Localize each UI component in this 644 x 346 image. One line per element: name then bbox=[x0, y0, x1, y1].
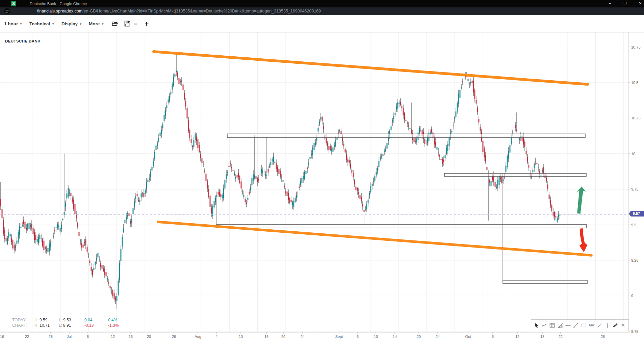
spreadex-favicon: S bbox=[11, 1, 16, 6]
pointer-tool[interactable] bbox=[533, 321, 540, 330]
save-icon[interactable] bbox=[124, 20, 131, 27]
svg-text:6: 6 bbox=[87, 335, 89, 339]
technical-dropdown[interactable]: Technical ▼ bbox=[29, 15, 54, 32]
svg-text:24: 24 bbox=[301, 335, 305, 339]
chart-high: 10.71 bbox=[40, 323, 50, 328]
diagonal-line-tool[interactable] bbox=[596, 321, 603, 330]
svg-text:16: 16 bbox=[264, 335, 268, 339]
svg-text:9.5: 9.5 bbox=[631, 223, 636, 227]
svg-text:10: 10 bbox=[239, 335, 243, 339]
open-folder-icon[interactable] bbox=[111, 20, 118, 27]
svg-text:12: 12 bbox=[111, 335, 115, 339]
svg-text:10: 10 bbox=[374, 335, 378, 339]
svg-text:9.25: 9.25 bbox=[631, 258, 638, 262]
today-high: 9.59 bbox=[40, 318, 47, 322]
session-stats: TODAY: H:9.59 L:9.53 0.04 0.4% CHART: H:… bbox=[12, 317, 130, 328]
horizontal-gridlines bbox=[0, 47, 629, 331]
chart-change: -0.13 bbox=[84, 323, 107, 328]
svg-text:24: 24 bbox=[436, 335, 440, 339]
axes bbox=[0, 32, 644, 334]
svg-text:6: 6 bbox=[357, 335, 359, 339]
zoom-in-button[interactable]: + bbox=[145, 15, 149, 32]
svg-text:10.5: 10.5 bbox=[631, 81, 638, 85]
svg-text:10.25: 10.25 bbox=[631, 116, 641, 120]
url-bar[interactable]: financials.spreadex.com/en-GB/Home/LiveC… bbox=[0, 7, 644, 15]
url-path: /en-GB/Home/LiveChartMain?id=XFinSprMchM… bbox=[82, 9, 321, 13]
horizontal-line-tool[interactable] bbox=[564, 321, 572, 330]
chevron-down-icon: ▼ bbox=[101, 22, 104, 26]
chevron-down-icon: ▼ bbox=[79, 22, 82, 26]
svg-text:28: 28 bbox=[49, 335, 53, 339]
svg-text:18: 18 bbox=[540, 335, 544, 339]
text-tool[interactable]: Abc bbox=[588, 321, 595, 330]
ruler-tool[interactable] bbox=[611, 321, 619, 330]
fan-lines-tool[interactable] bbox=[556, 321, 564, 330]
today-change-pct: 0.4% bbox=[108, 317, 130, 323]
svg-text:10.75: 10.75 bbox=[631, 45, 641, 49]
candlesticks bbox=[0, 70, 561, 301]
svg-text:8.75: 8.75 bbox=[631, 329, 638, 334]
chevron-down-icon: ▼ bbox=[20, 22, 22, 26]
curve-tool[interactable] bbox=[540, 321, 548, 330]
instrument-title: DEUTSCHE BANK bbox=[5, 39, 41, 43]
svg-text:16: 16 bbox=[129, 335, 133, 339]
site-info-icon[interactable] bbox=[4, 8, 10, 14]
drawing-toolbar: Abc | ✕ bbox=[531, 319, 629, 331]
svg-text:26: 26 bbox=[601, 335, 605, 339]
window-title: Deutsche Bank - Google Chrome bbox=[30, 0, 87, 7]
chevron-down-icon: ▼ bbox=[52, 22, 54, 26]
current-price-badge: 9.57 bbox=[629, 211, 644, 217]
svg-text:22: 22 bbox=[559, 335, 563, 339]
display-dropdown[interactable]: Display ▼ bbox=[61, 15, 82, 32]
chart-change-pct: -1.3% bbox=[108, 323, 130, 328]
svg-text:16: 16 bbox=[0, 335, 4, 339]
svg-text:Jul: Jul bbox=[67, 335, 72, 339]
axis-labels: 10.7510.510.25109.759.59.2598.75162228Ju… bbox=[0, 45, 641, 339]
minimize-button[interactable]: – bbox=[605, 0, 615, 7]
vertical-gridlines bbox=[4, 32, 624, 332]
support-resistance-boxes[interactable] bbox=[216, 134, 587, 284]
svg-text:20: 20 bbox=[417, 335, 421, 339]
svg-text:12: 12 bbox=[515, 335, 519, 339]
svg-text:22: 22 bbox=[25, 335, 29, 339]
chart-toolbar: 1 hour ▼ Technical ▼ Display ▼ More ▼ − … bbox=[0, 15, 644, 32]
svg-text:20: 20 bbox=[147, 335, 151, 339]
svg-text:9: 9 bbox=[631, 294, 633, 298]
chart-low: 8.91 bbox=[63, 323, 71, 328]
window-titlebar: S Deutsche Bank - Google Chrome – ❐ ✕ bbox=[0, 0, 644, 7]
rectangle-tool[interactable] bbox=[580, 321, 588, 330]
price-chart[interactable]: 10.7510.510.25109.759.59.2598.75162228Ju… bbox=[0, 32, 644, 346]
chart-canvas[interactable]: 10.7510.510.25109.759.59.2598.75162228Ju… bbox=[0, 32, 644, 346]
close-button[interactable]: ✕ bbox=[635, 0, 644, 7]
address-text[interactable]: financials.spreadex.com/en-GB/Home/LiveC… bbox=[37, 7, 321, 15]
stats-chart-row: CHART: H:10.71 L:8.91 -0.13 -1.3% bbox=[12, 323, 130, 328]
svg-text:20: 20 bbox=[281, 335, 285, 339]
restore-button[interactable]: ❐ bbox=[620, 0, 630, 7]
delete-drawing-tool[interactable]: ✕ bbox=[619, 321, 627, 330]
today-change: 0.04 bbox=[84, 317, 107, 323]
interval-dropdown[interactable]: 1 hour ▼ bbox=[4, 15, 22, 32]
trend-line-tool[interactable] bbox=[572, 321, 580, 330]
today-low: 9.53 bbox=[63, 318, 71, 322]
browser-window: S Deutsche Bank - Google Chrome – ❐ ✕ fi… bbox=[0, 0, 644, 346]
url-domain: financials.spreadex.com bbox=[37, 9, 82, 13]
svg-text:Sept: Sept bbox=[335, 335, 343, 339]
more-dropdown[interactable]: More ▼ bbox=[89, 15, 104, 32]
candle-wicks bbox=[1, 53, 560, 309]
svg-text:Oct: Oct bbox=[465, 335, 471, 339]
fib-grid-tool[interactable] bbox=[548, 321, 556, 330]
svg-text:4: 4 bbox=[215, 335, 217, 339]
toolbar-separator: | bbox=[603, 321, 611, 330]
scenario-arrows[interactable] bbox=[576, 186, 587, 252]
stats-today-row: TODAY: H:9.59 L:9.53 0.04 0.4% bbox=[12, 317, 130, 323]
svg-text:9.75: 9.75 bbox=[631, 187, 638, 191]
zoom-out-button[interactable]: − bbox=[133, 15, 137, 32]
svg-text:26: 26 bbox=[172, 335, 176, 339]
svg-text:14: 14 bbox=[393, 335, 397, 339]
svg-text:6: 6 bbox=[492, 335, 494, 339]
svg-text:Aug: Aug bbox=[195, 335, 201, 339]
svg-text:10: 10 bbox=[631, 152, 635, 156]
